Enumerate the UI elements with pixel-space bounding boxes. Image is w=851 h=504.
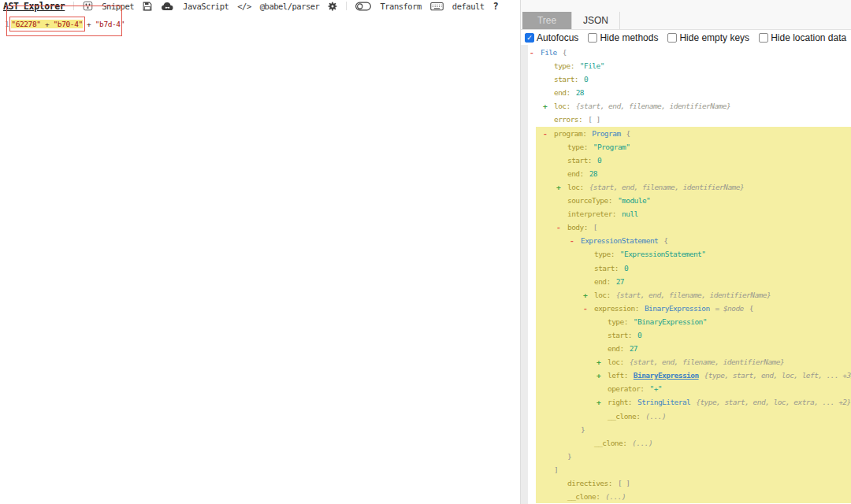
tree-row[interactable]: type:"BinaryExpression" bbox=[528, 315, 851, 328]
tree-row[interactable]: type:"File" bbox=[528, 59, 851, 72]
tree-key: interpreter: bbox=[567, 209, 616, 218]
tree-row[interactable]: end:27 bbox=[528, 275, 851, 288]
tree-key: start: bbox=[608, 331, 632, 339]
tree-row[interactable]: interpreter:null bbox=[528, 207, 851, 220]
tab-json[interactable]: JSON bbox=[571, 12, 620, 29]
checkbox-hide-methods[interactable] bbox=[588, 33, 597, 43]
collapse-icon[interactable]: - bbox=[543, 127, 554, 140]
expand-icon[interactable]: + bbox=[556, 180, 567, 194]
code-token-operator: + bbox=[41, 20, 54, 28]
tree-row[interactable]: start:0 bbox=[528, 328, 851, 342]
tree-row[interactable]: +loc:{start, end, filename, identifierNa… bbox=[528, 355, 851, 369]
tree-row[interactable]: -body:[ bbox=[528, 220, 851, 234]
tree-link[interactable]: BinaryExpression bbox=[634, 371, 699, 380]
tree-name[interactable]: Program bbox=[592, 129, 620, 138]
tree-row[interactable]: end:28 bbox=[528, 86, 851, 99]
option-autofocus[interactable]: ✓Autofocus bbox=[525, 32, 578, 43]
tree-scroll-area[interactable]: -File{type:"File"start:0end:28+loc:{star… bbox=[521, 45, 851, 504]
tree-row[interactable]: operator:"+" bbox=[528, 382, 851, 395]
tree-name[interactable]: ExpressionStatement bbox=[581, 236, 658, 245]
document-fork-icon[interactable] bbox=[83, 1, 93, 11]
code-brackets-icon[interactable]: </> bbox=[237, 2, 251, 11]
collapse-icon[interactable]: - bbox=[556, 220, 567, 234]
tree-punct: { bbox=[663, 236, 667, 245]
tree-key: expression: bbox=[594, 304, 639, 313]
tree-row[interactable]: type:"ExpressionStatement" bbox=[528, 247, 851, 261]
tree-num: 0 bbox=[584, 75, 588, 83]
tree-row[interactable]: start:0 bbox=[528, 261, 851, 275]
option-hide-empty-keys[interactable]: Hide empty keys bbox=[667, 32, 749, 43]
tree-row[interactable]: start:0 bbox=[528, 72, 851, 86]
floppy-disk-icon[interactable] bbox=[143, 2, 152, 11]
gear-icon[interactable] bbox=[328, 2, 337, 11]
tab-tree[interactable]: Tree bbox=[522, 12, 571, 29]
tree-row[interactable]: +loc:{start, end, filename, identifierNa… bbox=[528, 288, 851, 302]
tree-key: type: bbox=[594, 250, 615, 258]
tree-punct: [ ] bbox=[588, 115, 600, 124]
tree-row[interactable]: errors:[ ] bbox=[528, 113, 851, 126]
tree-row[interactable]: +loc:{start, end, filename, identifierNa… bbox=[528, 180, 851, 194]
line-number: 1 bbox=[5, 18, 9, 31]
keyboard-icon[interactable] bbox=[430, 2, 444, 11]
tree-row[interactable]: -expression:BinaryExpression= $node{ bbox=[528, 302, 851, 315]
collapse-icon[interactable]: - bbox=[530, 46, 541, 59]
option-hide-location-data[interactable]: Hide location data bbox=[759, 32, 846, 43]
transform-label[interactable]: Transform bbox=[380, 2, 421, 11]
tree-row[interactable]: -ExpressionStatement{ bbox=[528, 234, 851, 247]
expand-icon[interactable]: + bbox=[596, 369, 608, 382]
code-content[interactable]: "62278" + "b70-4" + "b7d-4" bbox=[11, 18, 124, 31]
collapse-icon[interactable]: - bbox=[570, 234, 581, 247]
tree-punct: { bbox=[749, 304, 753, 313]
tree-key: errors: bbox=[554, 115, 582, 124]
tree-key: type: bbox=[554, 61, 574, 70]
theme-selector[interactable]: default bbox=[452, 2, 485, 11]
code-line[interactable]: 1 "62278" + "b70-4" + "b7d-4" bbox=[0, 12, 519, 31]
tree-row[interactable]: +loc:{start, end, filename, identifierNa… bbox=[528, 99, 851, 113]
code-editor[interactable]: 1 "62278" + "b70-4" + "b7d-4" bbox=[0, 12, 519, 504]
tree-row[interactable]: type:"Program" bbox=[528, 140, 851, 154]
tree-key: directives: bbox=[567, 479, 612, 487]
tree-key: loc: bbox=[567, 183, 584, 191]
tree-row[interactable]: end:27 bbox=[528, 342, 851, 355]
tree-row[interactable]: start:0 bbox=[528, 154, 851, 167]
tree-row[interactable]: ] bbox=[528, 463, 851, 476]
snippet-menu[interactable]: Snippet bbox=[102, 2, 134, 11]
expand-icon[interactable]: + bbox=[596, 355, 608, 369]
checkbox-hide-location-data[interactable] bbox=[759, 33, 768, 43]
expand-icon[interactable]: + bbox=[543, 99, 554, 113]
tree-row[interactable]: -File{ bbox=[528, 46, 851, 59]
tree-row[interactable]: } bbox=[528, 450, 851, 463]
tree-preview: {start, end, filename, identifierName} bbox=[630, 358, 784, 366]
toolbar-separator bbox=[346, 2, 347, 10]
tree-row[interactable]: __clone:(...) bbox=[528, 436, 851, 450]
app-title[interactable]: AST Explorer bbox=[3, 1, 65, 12]
tree-row[interactable]: __clone:(...) bbox=[528, 490, 851, 503]
toggle-off-icon[interactable] bbox=[355, 2, 371, 11]
tree-key: body: bbox=[567, 223, 588, 232]
tree-row[interactable]: +right:StringLiteral{type, start, end, l… bbox=[528, 395, 851, 409]
checkbox-hide-empty-keys[interactable] bbox=[667, 33, 677, 43]
tree-row[interactable]: directives:[ ] bbox=[528, 476, 851, 490]
expand-icon[interactable]: + bbox=[596, 395, 608, 409]
toolbar: AST Explorer Snippet JavaScript </> @bab… bbox=[0, 0, 520, 12]
option-hide-methods[interactable]: Hide methods bbox=[588, 32, 658, 43]
tree-row[interactable]: end:28 bbox=[528, 167, 851, 180]
parser-selector[interactable]: @babel/parser bbox=[260, 2, 320, 11]
tree-punct: [ ] bbox=[618, 479, 630, 487]
checkbox-autofocus[interactable]: ✓ bbox=[525, 33, 534, 43]
tree-name[interactable]: File bbox=[541, 48, 557, 57]
tree-row[interactable]: -program:Program{ bbox=[528, 127, 851, 140]
tree-row[interactable]: __clone:(...) bbox=[528, 410, 851, 423]
tree-row[interactable]: sourceType:"module" bbox=[528, 194, 851, 207]
language-selector[interactable]: JavaScript bbox=[183, 2, 229, 11]
tree-row[interactable]: } bbox=[528, 423, 851, 436]
tab-bar: Tree JSON bbox=[521, 0, 851, 30]
tree-name[interactable]: BinaryExpression bbox=[645, 304, 710, 313]
help-button[interactable]: ? bbox=[493, 1, 499, 12]
tree-row[interactable]: +left:BinaryExpression{type, start, end,… bbox=[528, 369, 851, 382]
collapse-icon[interactable]: - bbox=[583, 302, 594, 315]
cloud-icon[interactable] bbox=[161, 2, 174, 11]
tree-key: start: bbox=[567, 156, 592, 165]
expand-icon[interactable]: + bbox=[583, 288, 594, 302]
tree-name[interactable]: StringLiteral bbox=[637, 398, 690, 406]
